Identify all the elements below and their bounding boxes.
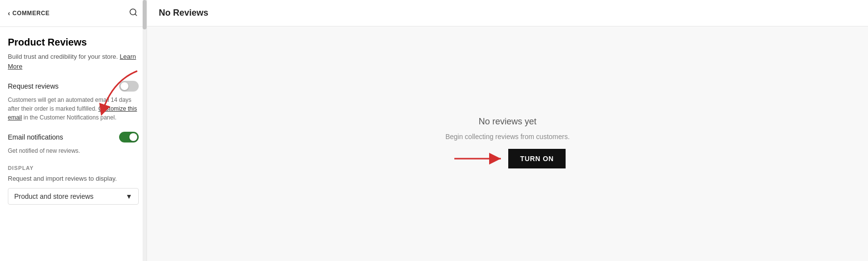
- svg-line-1: [135, 14, 136, 15]
- chevron-down-icon: ▼: [125, 192, 132, 200]
- turn-on-row: TURN ON: [449, 146, 566, 171]
- main-body: No reviews yet Begin collecting reviews …: [147, 26, 868, 261]
- sidebar-content: Product Reviews Build trust and credibil…: [0, 27, 147, 261]
- main-header: No Reviews: [147, 0, 868, 26]
- request-reviews-thumb: [121, 82, 128, 90]
- request-reviews-desc-text-2: in the Customer Notifications panel.: [24, 114, 116, 121]
- email-notifications-toggle[interactable]: [119, 132, 139, 142]
- sidebar-description: Build trust and credibility for your sto…: [8, 52, 139, 71]
- request-reviews-description: Customers will get an automated email 14…: [8, 95, 139, 122]
- search-icon: [129, 8, 138, 17]
- email-notifications-label: Email notifications: [8, 133, 63, 141]
- email-notifications-row: Email notifications: [8, 132, 139, 142]
- sidebar-description-text: Build trust and credibility for your sto…: [8, 53, 118, 60]
- annotation-arrow-2: [449, 146, 508, 171]
- request-reviews-label: Request reviews: [8, 82, 59, 90]
- sidebar-title: Product Reviews: [8, 37, 139, 48]
- display-section-text: Request and import reviews to display.: [8, 175, 139, 182]
- display-section: DISPLAY Request and import reviews to di…: [8, 165, 139, 205]
- display-section-label: DISPLAY: [8, 165, 139, 171]
- request-reviews-row: Request reviews: [8, 81, 139, 92]
- request-reviews-toggle[interactable]: [119, 81, 139, 92]
- email-notifications-thumb: [129, 133, 137, 141]
- empty-state-subtitle: Begin collecting reviews from customers.: [446, 133, 570, 141]
- request-reviews-track: [119, 81, 139, 92]
- scrollbar-track[interactable]: [143, 0, 147, 261]
- email-notifications-track: [119, 132, 139, 142]
- back-label: COMMERCE: [12, 10, 50, 17]
- email-notifications-description: Get notified of new reviews.: [8, 146, 139, 155]
- turn-on-button[interactable]: TURN ON: [508, 149, 566, 168]
- product-store-reviews-dropdown[interactable]: Product and store reviews ▼: [8, 188, 139, 205]
- product-store-reviews-label: Product and store reviews: [14, 192, 94, 200]
- empty-state-title: No reviews yet: [478, 117, 536, 127]
- sidebar-top-bar: ‹ COMMERCE: [0, 0, 147, 27]
- back-link[interactable]: ‹ COMMERCE: [8, 9, 50, 17]
- back-chevron-icon: ‹: [8, 9, 10, 17]
- sidebar: ‹ COMMERCE Product Reviews Build trust a…: [0, 0, 147, 261]
- main-area: No Reviews No reviews yet Begin collecti…: [147, 0, 868, 261]
- scrollbar-thumb[interactable]: [143, 0, 147, 29]
- search-button[interactable]: [128, 7, 139, 20]
- page-title: No Reviews: [159, 8, 856, 18]
